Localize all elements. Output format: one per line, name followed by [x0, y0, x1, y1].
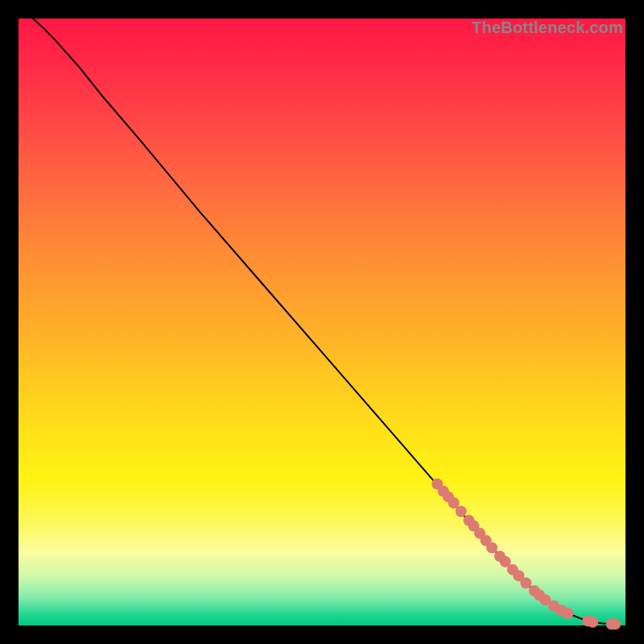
- highlight-dot: [562, 608, 573, 619]
- highlight-dot: [520, 577, 531, 588]
- curve-line: [33, 19, 615, 624]
- highlight-dot: [448, 497, 460, 509]
- highlight-dot: [486, 542, 497, 553]
- chart-overlay: [19, 19, 625, 625]
- chart-stage: TheBottleneck.com: [0, 0, 644, 644]
- highlight-dot: [456, 506, 467, 517]
- plot-area: TheBottleneck.com: [19, 19, 625, 625]
- highlight-dot: [609, 618, 621, 630]
- highlight-dot: [587, 617, 598, 628]
